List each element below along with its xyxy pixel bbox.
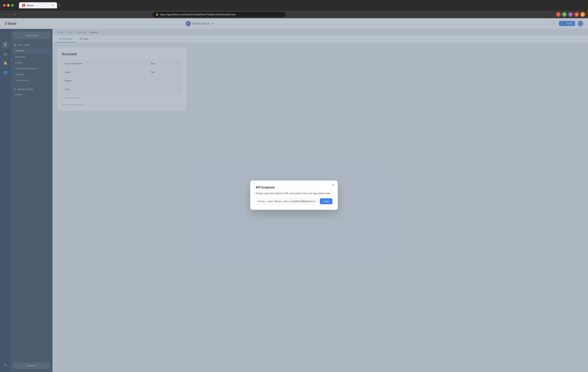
modal-title: API Endpoint [256,186,332,189]
tab-bar: 8 8base ✕ + [19,2,61,8]
maximize-light[interactable] [11,4,14,7]
back-button[interactable]: ← [3,13,6,16]
modal-url-row: Copy [256,198,332,204]
browser-ext-icon-1[interactable]: T [556,12,561,17]
copy-button[interactable]: Copy [320,198,332,204]
address-bar: ← → ↻ 🔒 https://app.8base.com/data/5c819… [0,11,588,18]
modal-close-button[interactable]: ✕ [332,183,335,187]
tab-close-button[interactable]: ✕ [52,4,54,7]
api-endpoint-input[interactable] [256,198,318,204]
lock-icon: 🔒 [156,13,158,16]
minimize-light[interactable] [7,4,10,7]
url-text: https://app.8base.com/data/5c819baf42e07… [160,13,236,16]
new-tab-button[interactable]: + [59,3,61,8]
reload-button[interactable]: ↻ [14,13,16,16]
active-tab[interactable]: 8 8base ✕ [19,2,57,8]
api-endpoint-modal: ✕ API Endpoint Please copy the endpoint … [250,181,338,210]
browser-ext-icon-3[interactable]: ● [568,12,573,17]
url-bar[interactable]: 🔒 https://app.8base.com/data/5c819baf42e… [153,12,286,17]
tab-favicon: 8 [22,4,25,7]
modal-overlay: ✕ API Endpoint Please copy the endpoint … [0,18,588,372]
modal-description: Please copy the endpoint URL and paste i… [256,191,332,195]
forward-button[interactable]: → [8,13,11,16]
traffic-lights [3,4,14,7]
browser-ext-icon-4[interactable]: ■ [574,12,579,17]
tab-title: 8base [27,4,33,7]
browser-ext-icon-2[interactable]: G [562,12,567,17]
browser-ext-icon-5[interactable]: ▲ [580,12,585,17]
close-light[interactable] [3,4,6,7]
browser-icons: T G ● ■ ▲ [556,12,585,17]
browser-chrome: 8 8base ✕ + [0,0,588,11]
